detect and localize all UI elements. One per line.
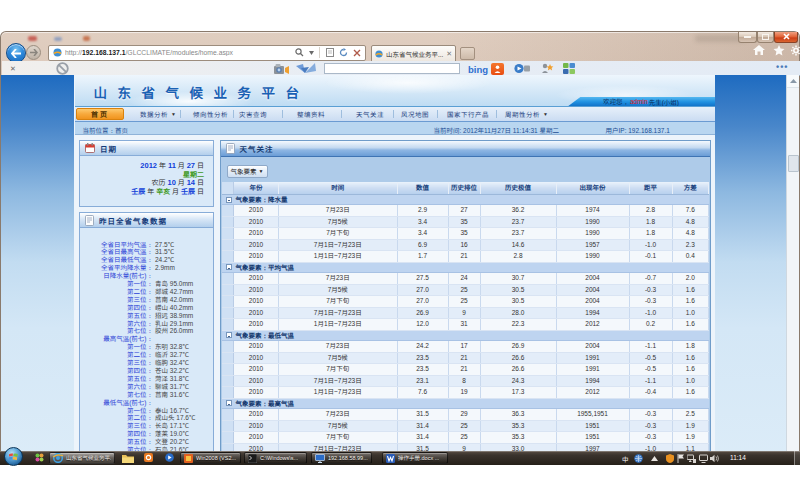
table-group-row[interactable]: 气象要素：降水量 — [222, 195, 709, 205]
start-button[interactable] — [4, 447, 23, 466]
table-row[interactable]: 20107月1日~7月23日26.9928.01994-1.01.0 — [222, 307, 709, 319]
weather-focus-panel: 天气关注 气象要素▼ 年份时间数值历史排位历史极值出现年份距平方差气象要素：降水… — [220, 140, 711, 465]
search-dropdown-icon[interactable] — [309, 51, 314, 55]
table-row[interactable]: 20107月23日24.21726.92004-1.11.8 — [222, 340, 709, 352]
taskbar-button-ie[interactable]: 山东省气候业务平... — [49, 452, 115, 464]
browser-back-button[interactable] — [6, 43, 26, 63]
weather-rank-item: 第七位：莒南 31.6℃ — [80, 391, 213, 399]
people-tile-icon[interactable] — [491, 63, 504, 75]
tray-show-hidden-icon[interactable] — [651, 456, 658, 461]
bing-logo[interactable]: bing — [468, 64, 488, 75]
refresh-icon[interactable] — [339, 48, 348, 57]
table-row[interactable]: 20107月5候27.02530.52004-0.31.6 — [222, 284, 709, 296]
calendar-box-header: 日期 — [80, 141, 213, 156]
page-background-right — [715, 75, 786, 465]
taskbar-button[interactable]: Win2008 (VS2... — [180, 452, 241, 464]
taskbar-media-icon[interactable] — [165, 453, 174, 462]
address-bar[interactable]: http://192.168.137.1/GLCCLIMATE/modules/… — [48, 45, 366, 61]
table-row[interactable]: 20107月1日~7月23日23.1824.31994-1.11.0 — [222, 375, 709, 387]
menu-item-home[interactable]: 首页 — [76, 108, 124, 120]
vertical-scrollbar[interactable] — [786, 75, 799, 465]
menu-item[interactable]: 风况地图 — [401, 107, 429, 121]
table-group-row[interactable]: 气象要素：最低气温 — [222, 330, 709, 340]
toolbar-overflow-dots[interactable]: ••• — [776, 62, 788, 72]
new-tab-button[interactable] — [460, 47, 475, 60]
menu-separator — [437, 110, 438, 118]
tray-display-icon[interactable] — [699, 454, 708, 463]
apps-addon-icon[interactable] — [563, 63, 576, 74]
tray-volume-icon[interactable] — [710, 454, 719, 463]
status-user-ip: 用户IP: 192.168.137.1 — [606, 125, 670, 135]
show-desktop-button[interactable] — [794, 451, 800, 465]
scrollbar-thumb[interactable] — [788, 155, 799, 172]
table-row[interactable]: 20107月5候3.43523.719901.84.8 — [222, 216, 709, 228]
table-row[interactable]: 20107月下旬23.52126.61991-0.51.6 — [222, 364, 709, 376]
tray-network-icon[interactable] — [687, 454, 696, 463]
favorites-star-icon[interactable] — [773, 45, 785, 56]
table-row[interactable]: 20107月下旬3.43523.719901.84.8 — [222, 228, 709, 240]
tray-ime-icon[interactable] — [634, 454, 643, 463]
camera-addon-icon[interactable] — [273, 63, 291, 75]
scrollbar-up-arrow[interactable] — [787, 75, 799, 88]
table-row[interactable]: 20107月5候31.42535.31951-0.31.9 — [222, 420, 709, 432]
menu-item[interactable]: 周期性分析▼ — [505, 107, 548, 121]
table-row[interactable]: 20107月23日2.92736.219742.87.6 — [222, 205, 709, 217]
titlebar-speck — [28, 36, 37, 41]
browser-tab[interactable]: 山东省气候业务平... ✕ — [371, 45, 456, 63]
search-icon[interactable] — [295, 48, 304, 57]
taskbar-button[interactable]: C:\Windows\s... — [244, 452, 307, 464]
table-row[interactable]: 20107月23日27.52430.72004-0.72.0 — [222, 272, 709, 284]
table-row[interactable]: 20107月23日31.52936.31955,1951-0.32.5 — [222, 408, 709, 420]
table-row[interactable]: 20107月下旬31.42535.31951-0.31.9 — [222, 432, 709, 444]
menu-item[interactable]: 灾害查询 — [239, 107, 267, 121]
menu-item[interactable]: 数据分析▼ — [140, 107, 176, 121]
tab-close-icon[interactable]: ✕ — [446, 50, 452, 58]
video-addon-icon[interactable] — [514, 63, 531, 74]
menu-item[interactable]: 天气关注 — [356, 107, 384, 121]
content-area: 日期 2012 年 11 月 27 日星期二农历 10 月 14 日壬辰 年 辛… — [75, 135, 716, 465]
toolbar-search-input[interactable] — [324, 63, 460, 74]
window-close-button[interactable] — [774, 32, 798, 43]
collapse-icon[interactable] — [226, 197, 232, 203]
addonbar-close-icon[interactable]: ✕ — [10, 65, 16, 72]
collapse-icon[interactable] — [226, 400, 232, 406]
tray-flag-icon[interactable] — [677, 454, 685, 463]
compatibility-view-icon[interactable] — [326, 48, 334, 57]
share-addon-icon[interactable] — [541, 63, 554, 74]
taskbar-button[interactable]: 192.168.58.99... — [311, 452, 372, 464]
window-maximize-button[interactable] — [757, 32, 774, 43]
taskbar-clock[interactable]: 11:14 — [730, 454, 746, 461]
taskbar-app-orange-icon[interactable] — [144, 453, 153, 462]
weather-rank-item: 第四位：蓬莱 19.0℃ — [80, 430, 213, 438]
table-row[interactable]: 20101月1日~7月23日12.03122.320120.21.6 — [222, 319, 709, 331]
table-row[interactable]: 20107月下旬27.02530.52004-0.31.6 — [222, 296, 709, 308]
table-row[interactable]: 20107月1日~7月23日6.91614.61957-1.02.3 — [222, 239, 709, 251]
weather-section-header: 最高气温(前七)： — [80, 335, 213, 343]
tray-language-indicator[interactable]: 中 — [622, 454, 629, 464]
stop-icon[interactable] — [353, 49, 361, 57]
taskbar-folder-icon[interactable] — [122, 453, 134, 463]
table-group-row[interactable]: 气象要素：最高气温 — [222, 398, 709, 408]
collapse-icon[interactable] — [226, 264, 232, 270]
table-row[interactable]: 20101月1日~7月23日1.7212.81990-0.10.4 — [222, 251, 709, 263]
blocker-addon-icon[interactable] — [56, 62, 69, 75]
pinned-app-icon[interactable] — [35, 453, 44, 462]
table-row[interactable]: 20107月5候23.52126.61991-0.51.6 — [222, 352, 709, 364]
browser-forward-button[interactable] — [26, 45, 41, 60]
menu-item[interactable]: 整编资料 — [297, 107, 325, 121]
table-group-row[interactable]: 气象要素：平均气温 — [222, 262, 709, 272]
collapse-icon[interactable] — [226, 332, 232, 338]
table-header-cell: 出现年份 — [556, 182, 629, 195]
table-row[interactable]: 20101月1日~7月23日7.61917.32012-0.41.6 — [222, 387, 709, 399]
menu-item[interactable]: 国家下行产品 — [447, 107, 489, 121]
menu-item[interactable]: 倾向性分析 — [193, 107, 228, 121]
element-filter-button[interactable]: 气象要素▼ — [227, 165, 268, 178]
taskbar-button[interactable]: 操作手册.docx ... — [382, 452, 448, 464]
weather-rank-item: 第一位：泰山 16.7℃ — [80, 407, 213, 415]
home-icon[interactable] — [753, 45, 765, 56]
site-title: 山东省气候业务平台 — [94, 82, 310, 102]
window-minimize-button[interactable] — [738, 32, 757, 43]
butterfly-addon-icon[interactable] — [295, 62, 317, 75]
settings-gear-icon[interactable] — [790, 45, 800, 56]
tray-security-icon[interactable] — [666, 454, 674, 463]
